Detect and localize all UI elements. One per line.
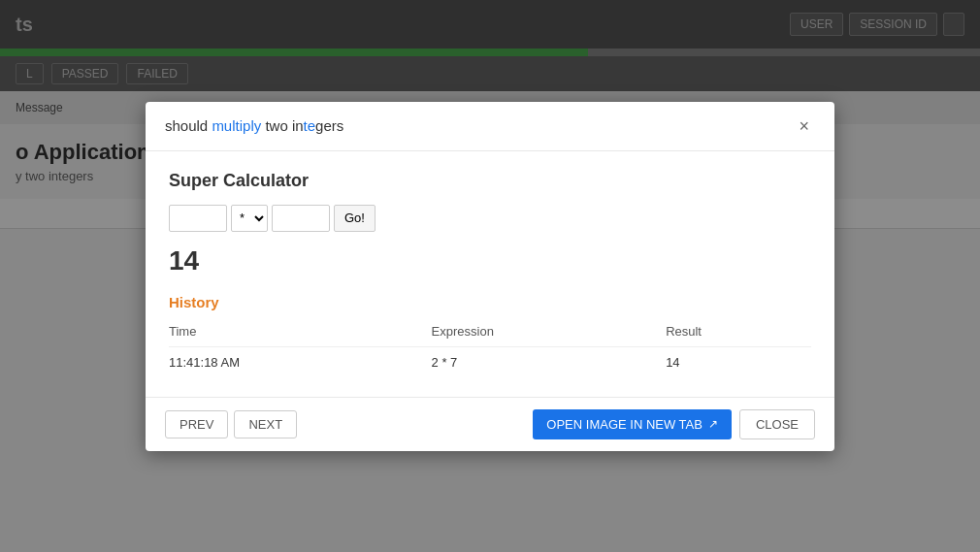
next-button[interactable]: NEXT (234, 410, 297, 438)
calc-input-2[interactable] (272, 205, 330, 232)
modal-overlay: should multiply two integers × Super Cal… (0, 0, 980, 552)
modal-title-mid: two in (261, 117, 303, 134)
history-col-time: Time (169, 320, 432, 347)
open-image-button[interactable]: OPEN IMAGE IN NEW TAB ↗ (533, 409, 732, 439)
external-link-icon: ↗ (708, 417, 718, 431)
modal-title-plain: should (165, 117, 212, 134)
calc-operator-select[interactable]: * + - / (231, 205, 268, 232)
modal-title-highlight2: te (304, 117, 316, 134)
modal-title: should multiply two integers (165, 117, 343, 134)
history-col-result: Result (666, 320, 811, 347)
calculator-title: Super Calculator (169, 171, 811, 191)
close-button[interactable]: CLOSE (739, 409, 815, 439)
prev-button[interactable]: PREV (165, 410, 228, 438)
calc-go-button[interactable]: Go! (334, 205, 376, 232)
history-row-time: 11:41:18 AM (169, 346, 432, 377)
modal-header: should multiply two integers × (146, 102, 834, 151)
calc-input-1[interactable] (169, 205, 227, 232)
history-row-expression: 2 * 7 (432, 346, 667, 377)
modal-title-end: gers (315, 117, 343, 134)
history-title: History (169, 294, 811, 310)
calc-result: 14 (169, 245, 811, 276)
footer-nav-buttons: PREV NEXT (165, 410, 297, 438)
history-row-result: 14 (666, 346, 811, 377)
history-table: Time Expression Result 11:41:18 AM2 * 71… (169, 320, 811, 377)
history-col-expression: Expression (432, 320, 667, 347)
modal-title-highlight1: multiply (212, 117, 261, 134)
calculator-input-row: * + - / Go! (169, 205, 811, 232)
modal-footer: PREV NEXT OPEN IMAGE IN NEW TAB ↗ CLOSE (146, 397, 834, 451)
modal-close-x-button[interactable]: × (793, 115, 815, 137)
history-row: 11:41:18 AM2 * 714 (169, 346, 811, 377)
open-image-label: OPEN IMAGE IN NEW TAB (546, 417, 702, 432)
modal-dialog: should multiply two integers × Super Cal… (146, 102, 834, 451)
footer-action-buttons: OPEN IMAGE IN NEW TAB ↗ CLOSE (533, 409, 815, 439)
modal-body: Super Calculator * + - / Go! 14 History … (146, 151, 834, 397)
